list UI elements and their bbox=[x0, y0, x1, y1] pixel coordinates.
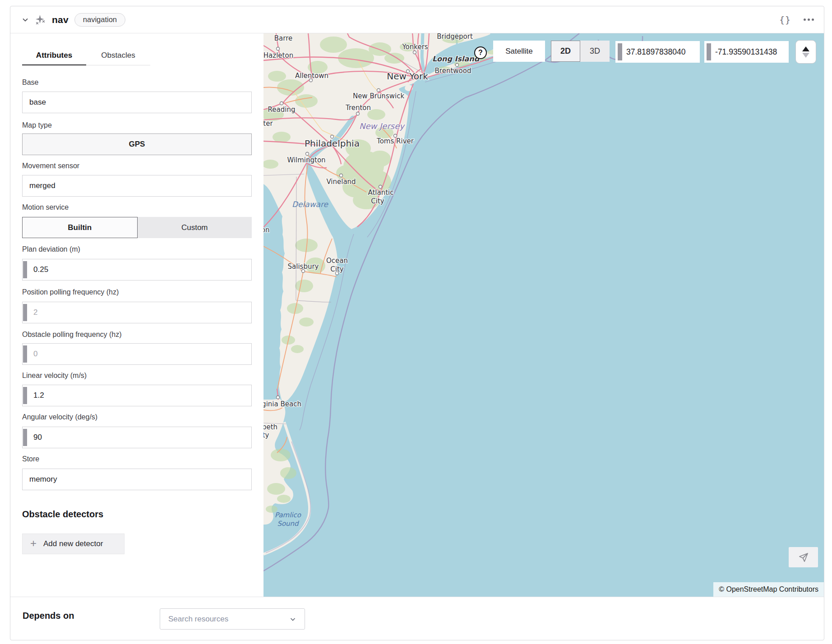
more-menu-icon[interactable] bbox=[804, 18, 814, 21]
motion-builtin-option[interactable]: Builtin bbox=[22, 217, 138, 238]
position-polling-input[interactable]: 2 bbox=[22, 302, 252, 323]
obstacle-polling-label: Obstacle polling frequency (hz) bbox=[22, 331, 252, 339]
motion-custom-option[interactable]: Custom bbox=[138, 217, 252, 238]
svg-text:beth: beth bbox=[263, 423, 277, 431]
plus-icon: + bbox=[30, 538, 37, 549]
svg-text:Hazleton: Hazleton bbox=[263, 51, 293, 60]
zoom-stepper[interactable] bbox=[795, 40, 816, 64]
obstacle-polling-input[interactable]: 0 bbox=[22, 343, 252, 365]
svg-text:Yonkers: Yonkers bbox=[402, 43, 428, 51]
step-down-icon[interactable] bbox=[802, 53, 809, 58]
map-view[interactable]: BarreHazletonAllentownReadingterNew Brun… bbox=[263, 33, 824, 597]
svg-text:ter: ter bbox=[263, 120, 273, 128]
card-header: nav navigation {} bbox=[10, 6, 824, 33]
svg-text:Atlantic: Atlantic bbox=[368, 189, 393, 197]
step-up-icon[interactable] bbox=[802, 46, 809, 51]
movement-sensor-input[interactable]: merged bbox=[22, 175, 252, 197]
map-canvas: BarreHazletonAllentownReadingterNew Brun… bbox=[263, 33, 824, 597]
mode-3d-button[interactable]: 3D bbox=[580, 41, 610, 62]
svg-text:Trenton: Trenton bbox=[345, 104, 371, 112]
add-detector-button[interactable]: + Add new detector bbox=[22, 534, 125, 554]
linear-velocity-input[interactable]: 1.2 bbox=[22, 385, 252, 406]
angular-velocity-input[interactable]: 90 bbox=[22, 427, 252, 448]
svg-text:Allentown: Allentown bbox=[295, 72, 328, 80]
navigation-arrow-icon bbox=[798, 552, 809, 563]
linear-velocity-label: Linear velocity (m/s) bbox=[22, 372, 252, 380]
svg-text:Philadelphia: Philadelphia bbox=[305, 138, 360, 149]
obstacle-detectors-heading: Obstacle detectors bbox=[22, 509, 252, 520]
svg-text:ty: ty bbox=[263, 431, 269, 439]
chevron-down-icon bbox=[289, 616, 296, 623]
svg-text:Bridgeport: Bridgeport bbox=[437, 33, 473, 41]
svg-text:Toms River: Toms River bbox=[376, 137, 414, 145]
plan-deviation-input[interactable]: 0.25 bbox=[22, 259, 252, 281]
service-icon bbox=[35, 14, 46, 25]
tab-attributes[interactable]: Attributes bbox=[22, 47, 86, 65]
attributes-panel: Attributes Obstacles Base base Map type … bbox=[10, 33, 263, 597]
help-button[interactable]: ? bbox=[474, 46, 487, 59]
svg-text:Virginia Beach: Virginia Beach bbox=[263, 400, 301, 408]
json-mode-icon[interactable]: {} bbox=[779, 14, 791, 25]
svg-text:Long Island: Long Island bbox=[432, 55, 481, 63]
svg-text:City: City bbox=[330, 265, 344, 273]
depends-on-select[interactable]: Search resources bbox=[160, 608, 305, 630]
store-input[interactable]: memory bbox=[22, 469, 252, 490]
resource-card: nav navigation {} Attributes Obstacles B… bbox=[10, 6, 824, 640]
collapse-chevron-icon[interactable] bbox=[22, 16, 29, 23]
svg-text:Wilmington: Wilmington bbox=[287, 156, 325, 164]
svg-text:City: City bbox=[371, 197, 384, 205]
longitude-input[interactable]: -71.93590131438 bbox=[704, 41, 789, 63]
svg-text:Barre: Barre bbox=[274, 34, 292, 42]
svg-text:New Brunswick: New Brunswick bbox=[353, 92, 404, 100]
svg-text:Pamlico: Pamlico bbox=[275, 511, 301, 519]
locate-button[interactable] bbox=[789, 547, 818, 567]
movement-sensor-label: Movement sensor bbox=[22, 162, 252, 170]
base-input[interactable]: base bbox=[22, 92, 252, 113]
svg-text:Vineland: Vineland bbox=[326, 178, 356, 186]
svg-text:New York: New York bbox=[387, 71, 428, 82]
tab-obstacles[interactable]: Obstacles bbox=[86, 47, 150, 65]
store-label: Store bbox=[22, 455, 252, 463]
base-label: Base bbox=[22, 78, 252, 87]
satellite-button[interactable]: Satellite bbox=[493, 41, 545, 62]
svg-text:Sound: Sound bbox=[277, 520, 300, 528]
svg-text:Easton: Easton bbox=[263, 226, 270, 234]
depends-on-heading: Depends on bbox=[23, 611, 74, 621]
resource-name: nav bbox=[52, 14, 69, 25]
map-attribution: © OpenStreetMap Contributors bbox=[713, 582, 824, 597]
panel-tabs: Attributes Obstacles bbox=[22, 47, 252, 65]
motion-service-toggle: Builtin Custom bbox=[22, 217, 252, 238]
map-type-gps-button[interactable]: GPS bbox=[22, 133, 252, 155]
svg-text:Delaware: Delaware bbox=[292, 200, 329, 209]
svg-text:Brentwood: Brentwood bbox=[435, 67, 471, 75]
svg-text:Ocean: Ocean bbox=[326, 257, 348, 265]
motion-service-label: Motion service bbox=[22, 203, 252, 212]
latitude-input[interactable]: 37.81897838040 bbox=[615, 41, 700, 63]
mode-2d-button[interactable]: 2D bbox=[551, 41, 580, 62]
svg-text:Reading: Reading bbox=[268, 106, 296, 114]
svg-text:New Jersey: New Jersey bbox=[359, 121, 405, 131]
plan-deviation-label: Plan deviation (m) bbox=[22, 245, 252, 253]
angular-velocity-label: Angular velocity (deg/s) bbox=[22, 413, 252, 421]
svg-text:Salisbury: Salisbury bbox=[288, 262, 319, 271]
depends-on-section: Depends on Search resources bbox=[10, 597, 824, 641]
map-type-label: Map type bbox=[22, 121, 252, 129]
resource-type-badge: navigation bbox=[74, 13, 125, 27]
position-polling-label: Position polling frequency (hz) bbox=[22, 288, 252, 296]
